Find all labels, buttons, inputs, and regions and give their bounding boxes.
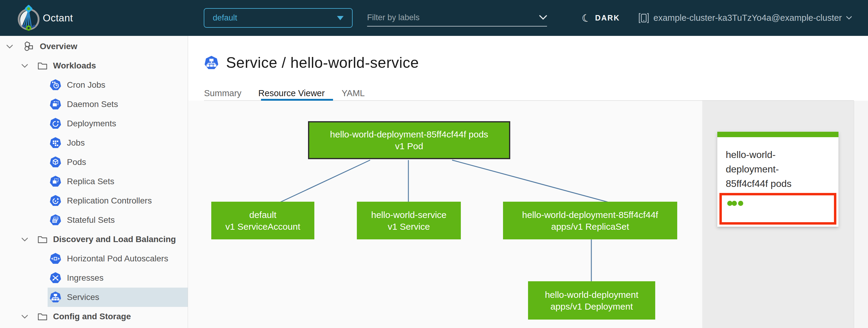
detail-side-panel: hello-world-deployment-85ff4cf44f pods bbox=[702, 101, 854, 328]
sidebar-item-label: Pods bbox=[67, 157, 86, 167]
sidebar-item-label: Daemon Sets bbox=[67, 99, 118, 109]
label-filter-placeholder: Filter by labels bbox=[367, 13, 539, 22]
namespace-value: default bbox=[213, 13, 337, 23]
pod-dot-icon bbox=[732, 201, 737, 206]
namespace-dropdown[interactable]: default bbox=[204, 8, 352, 28]
graph-node-service[interactable]: hello-world-service v1 Service bbox=[357, 202, 461, 239]
sidebar-item-pods[interactable]: Pods bbox=[0, 153, 188, 172]
sidebar-item-label: Replication Controllers bbox=[67, 196, 152, 206]
sidebar-nav: Overview Workloads Cron Jobs bbox=[0, 36, 188, 328]
sidebar-item-ingresses[interactable]: Ingresses bbox=[0, 268, 188, 288]
right-edge-gutter bbox=[854, 101, 868, 328]
sidebar-item-label: Discovery and Load Balancing bbox=[53, 235, 176, 244]
sidebar-item-services[interactable]: Services bbox=[0, 288, 188, 307]
cronjob-icon bbox=[50, 79, 61, 91]
folder-icon bbox=[37, 61, 48, 70]
tab-yaml[interactable]: YAML bbox=[341, 87, 365, 101]
app-title: Octant bbox=[43, 0, 73, 36]
pod-group-card[interactable]: hello-world-deployment-85ff4cf44f pods bbox=[717, 132, 838, 227]
cluster-context-label: example-cluster-ka3TuTzYo4a@example-clus… bbox=[653, 13, 842, 23]
deployment-icon bbox=[50, 118, 61, 130]
sidebar-item-discovery-and-load-balancing[interactable]: Discovery and Load Balancing bbox=[0, 230, 188, 249]
service-icon bbox=[204, 56, 219, 70]
main-content: Service / hello-world-service Summary Re… bbox=[188, 36, 868, 328]
sidebar-item-label: Replica Sets bbox=[67, 177, 114, 186]
applications-icon bbox=[22, 40, 35, 53]
cluster-context-selector[interactable]: example-cluster-ka3TuTzYo4a@example-clus… bbox=[638, 0, 852, 36]
service-icon bbox=[50, 291, 61, 303]
folder-icon bbox=[37, 312, 48, 321]
label-filter-input[interactable]: Filter by labels bbox=[367, 9, 547, 27]
sidebar-item-label: Ingresses bbox=[67, 273, 103, 283]
page-title: Service / hello-world-service bbox=[204, 54, 419, 71]
moon-icon: ☾ bbox=[581, 11, 592, 25]
tab-bar: Summary Resource Viewer YAML bbox=[204, 87, 381, 101]
tab-resource-viewer[interactable]: Resource Viewer bbox=[258, 87, 324, 101]
hpa-icon bbox=[50, 252, 61, 265]
caret-down-icon bbox=[337, 16, 344, 20]
node-label-line1: hello-world-service bbox=[371, 209, 446, 221]
sidebar-item-deployments[interactable]: Deployments bbox=[0, 114, 188, 133]
sidebar-item-cron-jobs[interactable]: Cron Jobs bbox=[0, 76, 188, 95]
graph-node-pod[interactable]: hello-world-deployment-85ff4cf44f pods v… bbox=[308, 121, 510, 159]
replicaset-icon bbox=[50, 175, 61, 187]
sidebar-item-label: Deployments bbox=[67, 119, 116, 128]
sidebar-item-config-and-storage[interactable]: Config and Storage bbox=[0, 307, 188, 326]
graph-node-replicaset[interactable]: hello-world-deployment-85ff4cf44f apps/v… bbox=[503, 202, 677, 239]
sidebar-item-label: Overview bbox=[40, 41, 78, 51]
node-label-line2: v1 Pod bbox=[395, 140, 423, 152]
node-label-line1: hello-world-deployment-85ff4cf44f pods bbox=[330, 128, 488, 140]
statefulset-icon bbox=[50, 214, 61, 226]
pod-dot-icon bbox=[738, 201, 743, 206]
header-bar: Octant default Filter by labels ☾ DARK e… bbox=[0, 0, 868, 36]
octant-logo-icon bbox=[17, 5, 40, 32]
card-title: hello-world-deployment-85ff4cf44f pods bbox=[717, 137, 808, 191]
job-icon bbox=[50, 137, 61, 149]
sidebar-item-label: Stateful Sets bbox=[67, 215, 115, 225]
sidebar-item-daemon-sets[interactable]: Daemon Sets bbox=[0, 95, 188, 114]
chevron-down-icon[interactable] bbox=[21, 237, 28, 242]
replicationcontroller-icon bbox=[50, 195, 61, 207]
chevron-down-icon[interactable] bbox=[21, 315, 28, 319]
sidebar-item-label: Horizontal Pod Autoscalers bbox=[67, 254, 168, 264]
sidebar-item-horizontal-pod-autoscalers[interactable]: Horizontal Pod Autoscalers bbox=[0, 249, 188, 268]
graph-node-deployment[interactable]: hello-world-deployment apps/v1 Deploymen… bbox=[528, 281, 655, 320]
node-label-line1: hello-world-deployment-85ff4cf44f bbox=[522, 209, 658, 221]
card-status-bar bbox=[717, 132, 838, 137]
sidebar-item-label: Jobs bbox=[67, 138, 85, 148]
cluster-icon bbox=[638, 12, 649, 24]
pod-icon bbox=[50, 156, 61, 168]
node-label-line1: hello-world-deployment bbox=[545, 289, 638, 301]
sidebar-item-label: Services bbox=[67, 292, 99, 302]
octant-window: Octant default Filter by labels ☾ DARK e… bbox=[0, 0, 868, 328]
chevron-down-icon[interactable] bbox=[21, 64, 28, 68]
resource-viewer-canvas[interactable]: hello-world-deployment-85ff4cf44f pods v… bbox=[188, 101, 702, 328]
graph-node-serviceaccount[interactable]: default v1 ServiceAccount bbox=[211, 202, 314, 239]
node-label-line2: v1 ServiceAccount bbox=[225, 221, 300, 233]
sidebar-item-workloads[interactable]: Workloads bbox=[0, 56, 188, 76]
node-label-line2: v1 Service bbox=[388, 221, 430, 233]
sidebar-item-overview[interactable]: Overview bbox=[0, 37, 188, 56]
theme-toggle-label: DARK bbox=[595, 13, 620, 22]
page-title-text: Service / hello-world-service bbox=[226, 54, 419, 71]
folder-icon bbox=[37, 235, 48, 244]
pod-status-highlight-box bbox=[719, 193, 836, 225]
sidebar-item-replication-controllers[interactable]: Replication Controllers bbox=[0, 191, 188, 210]
dark-theme-toggle[interactable]: ☾ DARK bbox=[582, 0, 620, 36]
node-label-line1: default bbox=[249, 209, 276, 221]
sidebar-item-label: Config and Storage bbox=[53, 312, 131, 321]
sidebar-item-label: Workloads bbox=[53, 61, 96, 70]
node-label-line2: apps/v1 ReplicaSet bbox=[551, 221, 629, 233]
pod-status-dots bbox=[722, 196, 834, 206]
sidebar-item-label: Cron Jobs bbox=[67, 80, 105, 90]
sidebar-item-stateful-sets[interactable]: Stateful Sets bbox=[0, 210, 188, 230]
node-label-line2: apps/v1 Deployment bbox=[550, 301, 633, 312]
sidebar-item-replica-sets[interactable]: Replica Sets bbox=[0, 172, 188, 191]
daemonset-icon bbox=[50, 98, 61, 110]
chevron-down-icon[interactable] bbox=[6, 44, 13, 49]
sidebar-item-jobs[interactable]: Jobs bbox=[0, 133, 188, 153]
tab-summary[interactable]: Summary bbox=[204, 87, 241, 101]
ingress-icon bbox=[50, 272, 61, 284]
chevron-down-icon bbox=[846, 16, 852, 20]
chevron-down-icon bbox=[539, 15, 547, 20]
